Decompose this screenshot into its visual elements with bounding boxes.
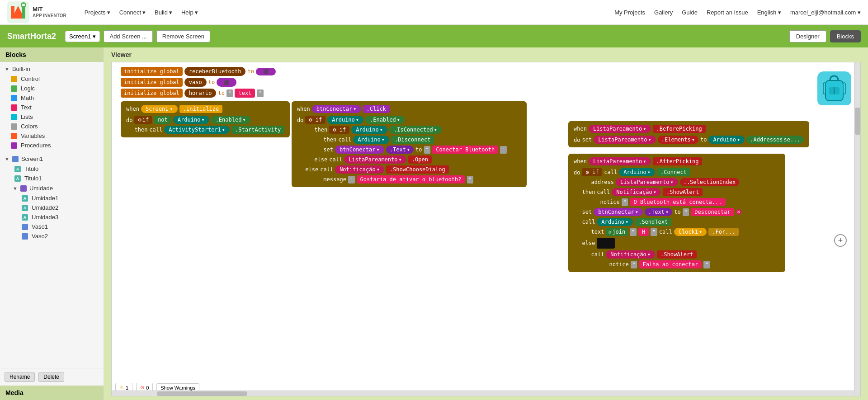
nav-help[interactable]: Help ▾ xyxy=(181,9,198,16)
sidebar-item-text[interactable]: Text xyxy=(0,103,104,112)
init2-val[interactable]: ⬛ xyxy=(217,78,236,87)
when-lista-afterpicking: when ListaPareamento▾ .AfterPicking do ⚙… xyxy=(568,154,785,272)
init2-row: initialize global vaso to ⬛ xyxy=(121,78,527,87)
btnconectar-chip[interactable]: btnConectar▾ xyxy=(312,105,361,113)
section-builtin-header[interactable]: ▼ Built-in xyxy=(0,64,104,74)
when-screen1-block: when Screen1▾ .Initialize do ⚙ if not xyxy=(121,101,290,137)
init3-quote-open: " xyxy=(226,89,233,97)
procedures-color xyxy=(11,142,17,149)
warning-icon: ⚠ xyxy=(119,385,124,391)
viewer: Viewer xyxy=(104,47,868,400)
sidebar-item-variables[interactable]: Variables xyxy=(0,131,104,141)
not-chip[interactable]: not xyxy=(154,116,171,124)
init3-var[interactable]: horario xyxy=(184,89,217,98)
project-title: SmartHorta2 xyxy=(7,32,56,41)
init1-row: initialize global receberBluetooth to ⬛ xyxy=(121,67,527,76)
init2-to: to xyxy=(208,79,215,85)
sidebar-item-titulo[interactable]: A Titulo xyxy=(0,164,104,174)
blocks-button[interactable]: Blocks xyxy=(830,30,861,42)
designer-button[interactable]: Designer xyxy=(789,30,826,42)
if-row: ⚙ if not Arduino▾ .Enabled▾ xyxy=(134,116,284,124)
init3-val[interactable]: text xyxy=(235,89,255,98)
sidebar-item-logic[interactable]: Logic xyxy=(0,84,104,93)
enabled-chip[interactable]: .Enabled▾ xyxy=(211,116,250,124)
h-scroll-thumb[interactable] xyxy=(157,391,247,396)
initialize-chip[interactable]: .Initialize xyxy=(179,105,222,113)
rename-button[interactable]: Rename xyxy=(5,372,35,382)
media-header: Media xyxy=(0,386,104,400)
nav-gallery[interactable]: Gallery xyxy=(654,9,673,16)
colors-color xyxy=(11,123,17,130)
sidebar-item-vaso1[interactable]: Vaso1 xyxy=(0,222,104,231)
add-screen-button[interactable]: Add Screen ... xyxy=(104,30,152,42)
sidebar-item-vaso2[interactable]: Vaso2 xyxy=(0,231,104,241)
section-screen1-label: Screen1 xyxy=(21,155,43,162)
screen-selector[interactable]: Screen1 ▾ xyxy=(65,31,100,42)
when-lista-beforepicking: when ListaPareamento▾ .BeforePicking do … xyxy=(568,121,809,147)
sidebar-item-umidade-folder[interactable]: ▼ Umidade xyxy=(0,183,104,193)
when-screen1-do: do ⚙ if not Arduino▾ .Enabled▾ then call xyxy=(126,116,284,134)
init2-var[interactable]: vaso xyxy=(184,78,207,87)
init2-block[interactable]: initialize global xyxy=(121,78,183,87)
nav-connect[interactable]: Connect ▾ xyxy=(119,9,146,16)
nav-language[interactable]: English ▾ xyxy=(757,9,781,16)
nav-myprojects[interactable]: My Projects xyxy=(614,9,645,16)
delete-button[interactable]: Delete xyxy=(38,372,64,382)
nav-build[interactable]: Build ▾ xyxy=(155,9,172,16)
sidebar-item-titulo1[interactable]: A Titulo1 xyxy=(0,174,104,183)
top-nav: MIT APP INVENTOR Projects ▾ Connect ▾ Bu… xyxy=(0,0,868,25)
sidebar-item-umidade3[interactable]: A Umidade3 xyxy=(0,212,104,222)
math-color xyxy=(11,95,17,101)
svg-rect-2 xyxy=(11,6,14,19)
nav-right: My Projects Gallery Guide Report an Issu… xyxy=(614,9,861,16)
click-chip[interactable]: .Click xyxy=(363,105,390,113)
sidebar-item-math[interactable]: Math xyxy=(0,93,104,103)
activitystarter-chip[interactable]: ActivityStarter1▾ xyxy=(164,126,230,134)
init3-block[interactable]: initialize global xyxy=(121,89,183,98)
nav-guide[interactable]: Guide xyxy=(682,9,698,16)
screen1-chip[interactable]: Screen1▾ xyxy=(141,105,178,113)
logo-icon xyxy=(7,1,29,23)
text-color xyxy=(11,104,17,111)
call-label: call xyxy=(149,127,162,133)
startactivity-chip[interactable]: .StartActivity xyxy=(231,126,284,134)
svg-rect-10 xyxy=(843,83,845,94)
do-label: do xyxy=(126,117,132,123)
when-btnconectar-header: when btnConectar▾ .Click xyxy=(297,105,521,113)
nav-projects[interactable]: Projects ▾ xyxy=(85,9,110,16)
init1-block[interactable]: initialize global xyxy=(121,67,183,76)
gear-if[interactable]: ⚙ if xyxy=(134,116,152,124)
then-row: then call ActivityStarter1▾ .StartActivi… xyxy=(134,126,284,134)
btnconectar-body: ⚙ if Arduino▾ .Enabled▾ then ⚙ if Arduin… xyxy=(305,116,507,184)
remove-screen-button[interactable]: Remove Screen xyxy=(156,30,210,42)
init3-row: initialize global horario to " text " xyxy=(121,89,527,98)
section-screen1-header[interactable]: ▼ Screen1 xyxy=(0,154,104,164)
sidebar-item-colors[interactable]: Colors xyxy=(0,122,104,131)
init-block-group: initialize global receberBluetooth to ⬛ … xyxy=(121,67,527,98)
arduino-chip[interactable]: Arduino▾ xyxy=(173,116,209,124)
nav-user[interactable]: marcel_eiji@hotmail.com ▾ xyxy=(790,9,861,16)
init3-to: to xyxy=(218,90,224,96)
when-label: when xyxy=(126,106,139,112)
mode-buttons: Designer Blocks xyxy=(789,30,861,42)
sidebar-content[interactable]: ▼ Built-in Control Logic Math Text xyxy=(0,62,104,368)
init1-var[interactable]: receberBluetooth xyxy=(184,67,246,76)
init1-val[interactable]: ⬛ xyxy=(256,68,276,75)
sidebar-item-control[interactable]: Control xyxy=(0,74,104,84)
gear-if2[interactable]: ⚙ if xyxy=(305,116,326,124)
expand-icon-s1: ▼ xyxy=(5,156,9,162)
sidebar-item-umidade2[interactable]: A Umidade2 xyxy=(0,203,104,212)
sidebar-item-umidade1[interactable]: A Umidade1 xyxy=(0,193,104,203)
sidebar-item-procedures[interactable]: Procedures xyxy=(0,141,104,150)
screen1-color xyxy=(12,156,19,162)
backpack-icon xyxy=(817,71,851,105)
svg-rect-9 xyxy=(823,83,826,94)
horizontal-scrollbar[interactable] xyxy=(112,391,854,396)
section-builtin: ▼ Built-in Control Logic Math Text xyxy=(0,62,104,152)
toolbar: SmartHorta2 Screen1 ▾ Add Screen ... Rem… xyxy=(0,25,868,47)
vaso1-color xyxy=(22,224,28,230)
nav-report-issue[interactable]: Report an Issue xyxy=(707,9,748,16)
sidebar-item-lists[interactable]: Lists xyxy=(0,112,104,122)
viewer-canvas[interactable]: initialize global receberBluetooth to ⬛ … xyxy=(111,62,861,396)
plus-button[interactable]: + xyxy=(834,234,847,247)
